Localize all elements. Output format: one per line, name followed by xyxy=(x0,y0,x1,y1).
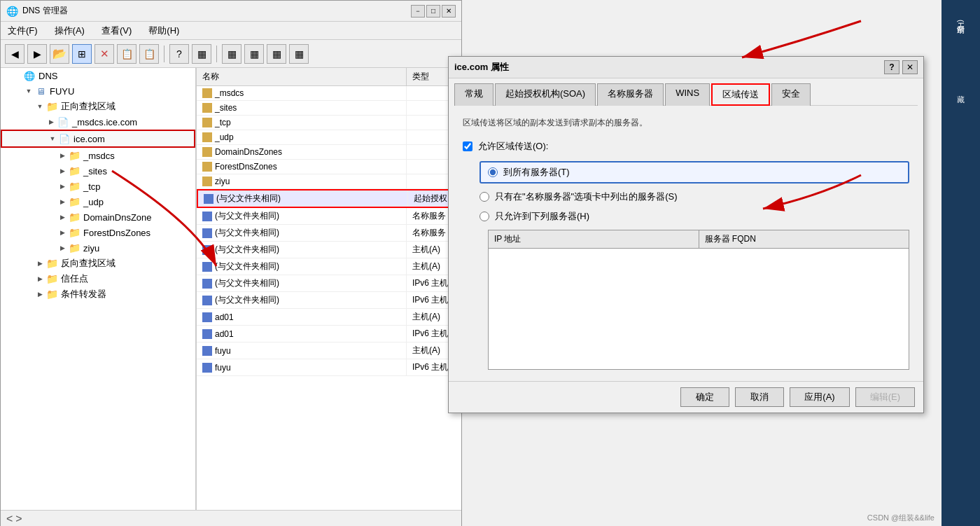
tab-soa[interactable]: 起始授权机构(SOA) xyxy=(495,83,596,106)
option-all-servers-label[interactable]: 到所有服务器(T) xyxy=(503,166,570,179)
tree-item-msdcs-ice[interactable]: ▶ 📄 _msdcs.ice.com xyxy=(1,114,195,130)
list-row[interactable]: _tcp xyxy=(197,116,461,130)
ok-button[interactable]: 确定 xyxy=(680,387,729,407)
trust-label: 信任点 xyxy=(61,272,88,285)
delete-button[interactable]: ✕ xyxy=(94,44,114,64)
tab-zone-transfer[interactable]: 区域传送 xyxy=(711,83,770,106)
menu-file[interactable]: 文件(F) xyxy=(5,23,41,39)
expand-trust[interactable]: ▶ xyxy=(34,273,46,284)
minimize-button[interactable]: － xyxy=(411,5,425,18)
list-row-selected[interactable]: (与父文件夹相同) 起始授权 xyxy=(197,189,461,208)
menu-help[interactable]: 帮助(H) xyxy=(146,23,182,39)
tree-item-ziyu[interactable]: ▶ 📁 ziyu xyxy=(1,240,195,256)
option-listed-servers-radio[interactable] xyxy=(479,212,489,221)
toolbar-btn-1[interactable]: ▦ xyxy=(222,44,241,64)
tree-item-forestdns[interactable]: ▶ 📁 ForestDnsZones xyxy=(1,225,195,240)
grid-view-button[interactable]: ⊞ xyxy=(72,44,92,64)
list-row[interactable]: (与父文件夹相同) 名称服务 xyxy=(197,225,461,242)
list-row[interactable]: ziyu xyxy=(197,174,461,189)
apply-button[interactable]: 应用(A) xyxy=(790,387,849,407)
expand-sites[interactable]: ▶ xyxy=(57,165,68,177)
tree-item-fuyu[interactable]: ▼ 🖥 FUYU xyxy=(1,83,195,99)
folder-icon-forestdns: 📁 xyxy=(68,226,80,239)
allow-zone-transfer-checkbox[interactable] xyxy=(463,141,472,151)
tree-item-ice-com[interactable]: ▼ 📄 ice.com xyxy=(1,130,195,148)
expand-forestdns[interactable]: ▶ xyxy=(57,227,68,238)
list-row[interactable]: _udp xyxy=(197,130,461,145)
expand-tcp[interactable]: ▶ xyxy=(57,181,68,192)
tab-general[interactable]: 常规 xyxy=(454,83,493,106)
menu-view[interactable]: 查看(V) xyxy=(99,23,134,39)
toolbar-btn-2[interactable]: ▦ xyxy=(244,44,264,64)
list-row[interactable]: (与父文件夹相同) IPv6 主机 xyxy=(197,275,461,292)
cell-name: (与父文件夹相同) xyxy=(197,225,407,241)
cell-name-selected: (与父文件夹相同) xyxy=(198,191,408,207)
tree-item-forward[interactable]: ▼ 📁 正向查找区域 xyxy=(1,99,195,114)
nav-right-arrow[interactable]: > xyxy=(15,513,22,525)
list-row[interactable]: ad01 IPv6 主机 xyxy=(197,326,461,342)
maximize-button[interactable]: □ xyxy=(426,5,440,18)
expand-ice-com[interactable]: ▼ xyxy=(47,133,58,144)
tree-item-dns[interactable]: 🌐 DNS xyxy=(1,68,195,83)
tab-nameserver[interactable]: 名称服务器 xyxy=(597,83,664,106)
close-button[interactable]: ✕ xyxy=(442,5,456,18)
tree-item-reverse[interactable]: ▶ 📁 反向查找区域 xyxy=(1,256,195,271)
folder-icon-reverse: 📁 xyxy=(46,257,58,270)
tab-wins[interactable]: WINS xyxy=(665,83,710,106)
list-row[interactable]: _sites xyxy=(197,101,461,116)
option-all-servers-radio[interactable] xyxy=(488,167,498,177)
list-row[interactable]: (与父文件夹相同) IPv6 主机 xyxy=(197,292,461,309)
cancel-button[interactable]: 取消 xyxy=(735,387,784,407)
edit-button[interactable]: 编辑(E) xyxy=(855,387,915,407)
allow-zone-transfer-label[interactable]: 允许区域传送(O): xyxy=(478,140,548,153)
record-icon xyxy=(202,296,212,305)
option-nameserver-tab-label[interactable]: 只有在"名称服务器"选项卡中列出的服务器(S) xyxy=(495,191,678,203)
forward-button[interactable]: ▶ xyxy=(27,44,47,64)
tree-item-sites[interactable]: ▶ 📁 _sites xyxy=(1,163,195,179)
list-row[interactable]: ForestDnsZones xyxy=(197,160,461,174)
expand-reverse[interactable]: ▶ xyxy=(34,258,46,269)
tree-item-trust[interactable]: ▶ 📁 信任点 xyxy=(1,271,195,286)
toolbar-btn-4[interactable]: ▦ xyxy=(289,44,309,64)
properties-button[interactable]: 📋 xyxy=(117,44,136,64)
record-icon xyxy=(202,118,212,127)
tree-item-tcp[interactable]: ▶ 📁 _tcp xyxy=(1,179,195,194)
tree-item-domaindns[interactable]: ▶ 📁 DomainDnsZone xyxy=(1,209,195,225)
tab-security[interactable]: 安全 xyxy=(771,83,811,106)
file-icon-msdcs-ice: 📄 xyxy=(57,116,69,128)
expand-msdcs-ice[interactable]: ▶ xyxy=(46,116,57,127)
list-row[interactable]: _msdcs xyxy=(197,86,461,101)
help-button[interactable]: ? xyxy=(169,44,189,64)
list-row[interactable]: (与父文件夹相同) 主机(A) xyxy=(197,258,461,275)
list-row[interactable]: fuyu IPv6 主机 xyxy=(197,359,461,376)
tree-item-msdcs[interactable]: ▶ 📁 _msdcs xyxy=(1,148,195,163)
expand-domaindns[interactable]: ▶ xyxy=(57,212,68,223)
back-button[interactable]: ◀ xyxy=(5,44,24,64)
open-folder-button[interactable]: 📂 xyxy=(50,44,69,64)
toolbar-btn-3[interactable]: ▦ xyxy=(267,44,286,64)
list-row[interactable]: (与父文件夹相同) 名称服务 xyxy=(197,208,461,225)
right-panel-help[interactable]: 帮助(H) xyxy=(955,20,966,30)
option-nameserver-tab-radio[interactable] xyxy=(479,192,489,202)
detail-button[interactable]: ▦ xyxy=(192,44,211,64)
expand-forwarder[interactable]: ▶ xyxy=(34,289,46,300)
list-row[interactable]: fuyu 主机(A) xyxy=(197,342,461,359)
expand-udp[interactable]: ▶ xyxy=(57,196,68,207)
list-row[interactable]: DomainDnsZones xyxy=(197,145,461,160)
refresh-button[interactable]: 📋 xyxy=(139,44,159,64)
expand-fuyu[interactable]: ▼ xyxy=(23,85,34,97)
dialog-help-button[interactable]: ? xyxy=(884,60,899,74)
expand-dns[interactable] xyxy=(12,70,23,81)
option-listed-servers-label[interactable]: 只允许到下列服务器(H) xyxy=(495,210,589,223)
nav-left-arrow[interactable]: < xyxy=(6,513,13,525)
tree-item-forwarder[interactable]: ▶ 📁 条件转发器 xyxy=(1,286,195,302)
tree-item-udp[interactable]: ▶ 📁 _udp xyxy=(1,194,195,209)
cell-name: (与父文件夹相同) xyxy=(197,242,407,258)
expand-msdcs[interactable]: ▶ xyxy=(57,150,68,161)
list-row[interactable]: ad01 主机(A) xyxy=(197,309,461,326)
menu-action[interactable]: 操作(A) xyxy=(52,23,88,39)
expand-ziyu[interactable]: ▶ xyxy=(57,242,68,254)
dialog-close-button[interactable]: ✕ xyxy=(902,60,918,74)
expand-forward[interactable]: ▼ xyxy=(34,101,46,112)
list-row[interactable]: (与父文件夹相同) 主机(A) xyxy=(197,242,461,258)
